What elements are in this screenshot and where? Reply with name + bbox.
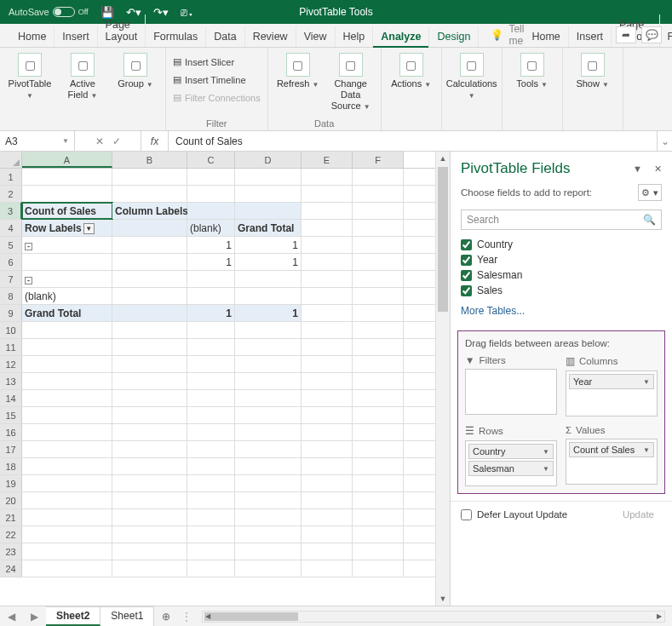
cell-B8[interactable]: [112, 288, 187, 304]
cell-F7[interactable]: [353, 271, 404, 287]
field-checkbox[interactable]: [461, 285, 472, 296]
tools-button[interactable]: ▢ Tools ▼: [509, 51, 555, 90]
cell-A7[interactable]: -: [22, 271, 112, 287]
pane-menu-icon[interactable]: ▼: [633, 164, 642, 175]
name-box[interactable]: A3 ▼: [0, 131, 75, 151]
cell-C9[interactable]: 1: [187, 305, 235, 321]
cell-A14[interactable]: [22, 390, 112, 406]
more-tables-link[interactable]: More Tables...: [461, 298, 662, 324]
scrollbar-thumb[interactable]: [438, 167, 448, 312]
cell-D7[interactable]: [235, 271, 302, 287]
cell-E7[interactable]: [302, 271, 353, 287]
cell-A11[interactable]: [22, 339, 112, 355]
cell-A23[interactable]: [22, 543, 112, 560]
horizontal-scrollbar[interactable]: ◀ ▶: [202, 611, 665, 623]
cell-E17[interactable]: [302, 441, 353, 457]
cell-D3[interactable]: [235, 203, 302, 219]
cell-C12[interactable]: [187, 356, 235, 372]
cell-D22[interactable]: [235, 526, 302, 543]
cell-D13[interactable]: [235, 373, 302, 389]
change-data-source-button[interactable]: ▢ Change DataSource ▼: [328, 51, 374, 112]
cell-D15[interactable]: [235, 407, 302, 423]
cell-E13[interactable]: [302, 373, 353, 389]
cell-F3[interactable]: [353, 203, 404, 219]
cell-E9[interactable]: [302, 305, 353, 321]
cell-D6[interactable]: 1: [235, 254, 302, 270]
cell-F23[interactable]: [353, 543, 404, 560]
cell-D18[interactable]: [235, 458, 302, 474]
area-item-year[interactable]: Year▼: [569, 374, 654, 389]
row-header-23[interactable]: 23: [0, 543, 22, 560]
field-checkbox[interactable]: [461, 255, 472, 266]
update-button[interactable]: Update: [615, 507, 662, 522]
cell-E20[interactable]: [302, 492, 353, 508]
cell-F12[interactable]: [353, 356, 404, 372]
cell-C13[interactable]: [187, 373, 235, 389]
cell-B9[interactable]: [112, 305, 187, 321]
row-header-10[interactable]: 10: [0, 322, 22, 338]
cell-F17[interactable]: [353, 441, 404, 457]
row-header-22[interactable]: 22: [0, 526, 22, 543]
cell-C20[interactable]: [187, 492, 235, 508]
row-header-8[interactable]: 8: [0, 288, 22, 304]
row-header-20[interactable]: 20: [0, 492, 22, 508]
cell-D11[interactable]: [235, 339, 302, 355]
cell-F10[interactable]: [353, 322, 404, 338]
cell-C10[interactable]: [187, 322, 235, 338]
cell-B6[interactable]: [112, 254, 187, 270]
area-item-count-of-sales[interactable]: Count of Sales▼: [569, 442, 654, 457]
tab-home[interactable]: Home: [524, 26, 568, 47]
select-all-triangle[interactable]: [0, 152, 22, 168]
expand-formula-bar-icon[interactable]: ⌄: [657, 131, 672, 151]
column-header-A[interactable]: A: [22, 152, 112, 168]
share-button[interactable]: ➦: [616, 26, 636, 43]
cell-C1[interactable]: [187, 169, 235, 185]
refresh-button[interactable]: ▢ Refresh ▼: [275, 51, 321, 90]
cell-D10[interactable]: [235, 322, 302, 338]
row-header-19[interactable]: 19: [0, 475, 22, 491]
next-sheet-icon[interactable]: ▶: [31, 611, 38, 623]
cell-F5[interactable]: [353, 237, 404, 253]
area-columns[interactable]: ▥Columns Year▼: [566, 355, 658, 416]
scroll-right-icon[interactable]: ▶: [653, 611, 665, 623]
cell-D23[interactable]: [235, 543, 302, 560]
cell-B22[interactable]: [112, 526, 187, 543]
cell-E19[interactable]: [302, 475, 353, 491]
active-field-button[interactable]: ▢ ActiveField ▼: [60, 51, 106, 101]
cell-E24[interactable]: [302, 560, 353, 577]
cell-D24[interactable]: [235, 560, 302, 577]
cell-B15[interactable]: [112, 407, 187, 423]
cell-D4[interactable]: Grand Total: [235, 220, 302, 236]
cell-D12[interactable]: [235, 356, 302, 372]
cell-E5[interactable]: [302, 237, 353, 253]
cell-D5[interactable]: 1: [235, 237, 302, 253]
cell-C15[interactable]: [187, 407, 235, 423]
cell-C21[interactable]: [187, 509, 235, 525]
cell-F16[interactable]: [353, 424, 404, 440]
cell-A24[interactable]: [22, 560, 112, 577]
area-rows[interactable]: ☰Rows Country▼Salesman▼: [465, 425, 557, 486]
row-header-3[interactable]: 3: [0, 203, 22, 219]
expand-icon[interactable]: -: [25, 243, 32, 250]
cell-E22[interactable]: [302, 526, 353, 543]
tab-view[interactable]: View: [296, 26, 336, 47]
cell-B2[interactable]: [112, 186, 187, 202]
cell-E14[interactable]: [302, 390, 353, 406]
cell-F21[interactable]: [353, 509, 404, 525]
insert-timeline-button[interactable]: ▤Insert Timeline: [173, 72, 261, 87]
close-icon[interactable]: ✕: [654, 164, 662, 175]
cell-F14[interactable]: [353, 390, 404, 406]
sheet-tab-sheet2[interactable]: Sheet2: [46, 606, 101, 626]
spreadsheet-grid[interactable]: ABCDEF 123Count of SalesColumn Labels▼4R…: [0, 152, 450, 606]
scroll-down-icon[interactable]: ▼: [436, 592, 450, 606]
cell-B20[interactable]: [112, 492, 187, 508]
row-header-7[interactable]: 7: [0, 271, 22, 287]
field-sales[interactable]: Sales: [461, 283, 662, 298]
cell-C19[interactable]: [187, 475, 235, 491]
row-header-15[interactable]: 15: [0, 407, 22, 423]
add-sheet-button[interactable]: ⊕: [154, 611, 178, 623]
comments-button[interactable]: 💬: [641, 26, 662, 43]
cell-C16[interactable]: [187, 424, 235, 440]
defer-checkbox-input[interactable]: [461, 509, 472, 520]
cell-B17[interactable]: [112, 441, 187, 457]
